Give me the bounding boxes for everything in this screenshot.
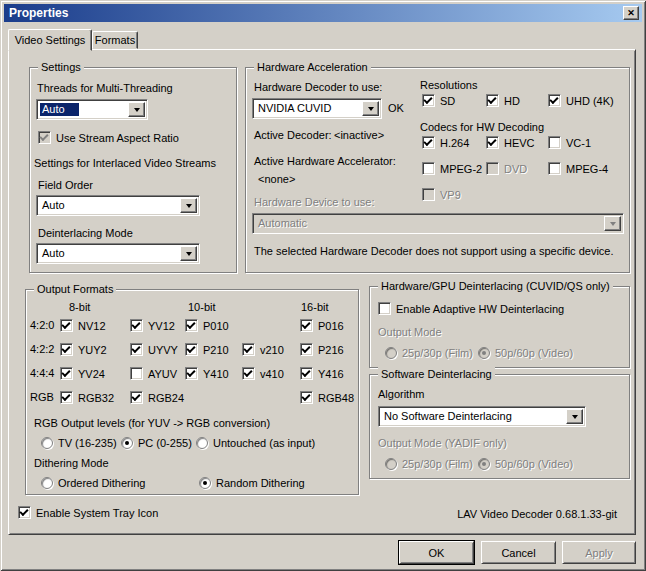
checkbox-label: P010 (203, 320, 229, 332)
hw-decoder-combo[interactable]: NVIDIA CUVID (252, 98, 382, 119)
checkbox-mpeg2[interactable]: MPEG-2 (422, 162, 482, 175)
checkbox-box (60, 343, 73, 356)
chevron-down-icon (610, 222, 616, 229)
checkbox-p010[interactable]: P010 (185, 319, 229, 332)
checkbox-p216[interactable]: P216 (300, 343, 344, 356)
hw-deint-group: Hardware/GPU Deinterlacing (CUVID/QS onl… (369, 286, 630, 368)
checkbox-label: P016 (318, 320, 344, 332)
checkbox-label: UHD (4K) (566, 95, 614, 107)
checkbox-mpeg4[interactable]: MPEG-4 (548, 162, 608, 175)
checkbox-p210[interactable]: P210 (185, 343, 229, 356)
checkbox-yuy2[interactable]: YUY2 (60, 343, 107, 356)
checkbox-y416[interactable]: Y416 (300, 367, 344, 380)
chevron-down-icon (134, 108, 140, 115)
threads-combo[interactable]: Auto (36, 99, 148, 120)
field-order-label: Field Order (38, 179, 93, 191)
checkbox-system-tray-icon[interactable]: Enable System Tray Icon (18, 506, 158, 519)
checkbox-box (486, 94, 499, 107)
titlebar[interactable]: Properties ✕ (4, 4, 642, 22)
checkbox-label: NV12 (78, 320, 106, 332)
row-label-rgb: RGB (30, 391, 54, 403)
row-label-422: 4:2:2 (30, 343, 54, 355)
checkbox-box (486, 162, 499, 175)
checkbox-yv24[interactable]: YV24 (60, 367, 105, 380)
checkbox-label: YV12 (148, 320, 175, 332)
threads-label: Threads for Multi-Threading (37, 82, 173, 94)
video-settings-panel: Settings Threads for Multi-Threading Aut… (8, 49, 636, 535)
deinterlacing-mode-combo[interactable]: Auto (36, 243, 200, 264)
checkbox-nv12[interactable]: NV12 (60, 319, 106, 332)
checkbox-y410[interactable]: Y410 (185, 367, 229, 380)
field-order-combo-dropdown[interactable] (180, 198, 197, 213)
hw-decoder-combo-dropdown[interactable] (362, 101, 379, 116)
checkbox-box (130, 319, 143, 332)
algorithm-combo[interactable]: No Software Deinterlacing (378, 406, 586, 427)
checkbox-hd[interactable]: HD (486, 94, 520, 107)
checkbox-rgb32[interactable]: RGB32 (60, 391, 114, 404)
checkbox-box (300, 343, 313, 356)
properties-dialog: Properties ✕ Video Settings Formats Sett… (0, 0, 646, 571)
checkbox-p016[interactable]: P016 (300, 319, 344, 332)
radio-untouched-levels[interactable]: Untouched (as input) (196, 436, 315, 449)
tab-video-settings[interactable]: Video Settings (8, 29, 92, 51)
checkbox-box (486, 136, 499, 149)
radio-random-dithering[interactable]: Random Dithering (199, 476, 305, 489)
checkbox-label: Enable System Tray Icon (36, 507, 158, 519)
deinterlacing-mode-combo-dropdown[interactable] (180, 246, 197, 261)
hw-accel-group: Hardware Acceleration Hardware Decoder t… (245, 67, 630, 273)
checkbox-box (422, 162, 435, 175)
checkbox-adaptive-hw-deinterlacing[interactable]: Enable Adaptive HW Deinterlacing (378, 302, 564, 315)
row-label-420: 4:2:0 (30, 319, 54, 331)
checkbox-sd[interactable]: SD (422, 94, 455, 107)
checkbox-use-stream-aspect-ratio[interactable]: Use Stream Aspect Ratio (38, 131, 179, 144)
hw-device-label: Hardware Device to use: (254, 196, 374, 208)
checkbox-ayuv[interactable]: AYUV (130, 367, 177, 380)
settings-group-title: Settings (38, 60, 84, 74)
deinterlacing-mode-label: Deinterlacing Mode (38, 227, 133, 239)
hw-decoder-combo-value: NVIDIA CUVID (258, 102, 331, 114)
sw-output-mode-label: Output Mode (YADIF only) (378, 437, 507, 449)
version-text: LAV Video Decoder 0.68.1.33-git (457, 508, 617, 520)
checkbox-vc1[interactable]: VC-1 (548, 136, 591, 149)
threads-combo-dropdown[interactable] (128, 102, 145, 117)
checkbox-label: UYVY (148, 344, 178, 356)
ok-button[interactable]: OK (399, 541, 474, 564)
radio-tv-levels[interactable]: TV (16-235) (41, 436, 117, 449)
checkbox-label: VP9 (440, 189, 461, 201)
tab-formats[interactable]: Formats (92, 31, 138, 49)
checkbox-v210[interactable]: v210 (242, 343, 284, 356)
checkbox-label: SD (440, 95, 455, 107)
checkbox-label: H.264 (440, 137, 469, 149)
checkbox-box (378, 302, 391, 315)
checkbox-dvd: DVD (486, 162, 527, 175)
checkbox-h264[interactable]: H.264 (422, 136, 469, 149)
radio-hw-video: 50p/60p (Video) (478, 346, 573, 359)
checkbox-box (548, 136, 561, 149)
algorithm-combo-dropdown[interactable] (566, 409, 583, 424)
cancel-button[interactable]: Cancel (481, 541, 556, 564)
checkbox-box (60, 319, 73, 332)
radio-ordered-dithering[interactable]: Ordered Dithering (41, 476, 145, 489)
hw-accel-group-title: Hardware Acceleration (254, 60, 371, 74)
checkbox-label: Y416 (318, 368, 344, 380)
field-order-combo-value: Auto (42, 199, 65, 211)
chevron-down-icon (368, 107, 374, 114)
checkbox-v410[interactable]: v410 (242, 367, 284, 380)
radio-dot (199, 477, 211, 489)
radio-pc-levels[interactable]: PC (0-255) (121, 436, 192, 449)
checkbox-rgb48[interactable]: RGB48 (300, 391, 354, 404)
tab-label: Video Settings (15, 34, 86, 46)
checkbox-box (18, 506, 31, 519)
checkbox-label: AYUV (148, 368, 177, 380)
checkbox-yv12[interactable]: YV12 (130, 319, 175, 332)
checkbox-uhd-4k[interactable]: UHD (4K) (548, 94, 614, 107)
checkbox-rgb24[interactable]: RGB24 (130, 391, 184, 404)
checkbox-hevc[interactable]: HEVC (486, 136, 535, 149)
field-order-combo[interactable]: Auto (36, 195, 200, 216)
checkbox-box (130, 343, 143, 356)
checkbox-box (242, 367, 255, 380)
close-button[interactable]: ✕ (623, 6, 639, 20)
checkbox-label: Use Stream Aspect Ratio (56, 132, 179, 144)
col-header-16bit: 16-bit (301, 301, 329, 313)
checkbox-uyvy[interactable]: UYVY (130, 343, 178, 356)
